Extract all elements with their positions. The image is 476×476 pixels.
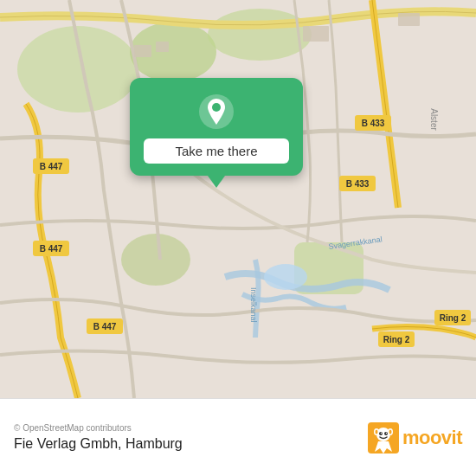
place-name: Fie Verlag Gmbh, Hamburg <box>14 436 183 452</box>
bottom-left-info: © OpenStreetMap contributors Fie Verlag … <box>14 423 183 452</box>
svg-text:Inselkanal: Inselkanal <box>249 287 258 323</box>
svg-text:Ring 2: Ring 2 <box>440 313 466 323</box>
moovit-logo: moovit <box>368 422 462 453</box>
svg-rect-25 <box>156 42 169 52</box>
svg-text:B 447: B 447 <box>40 244 63 254</box>
svg-text:B 447: B 447 <box>40 162 63 171</box>
svg-point-34 <box>381 432 382 433</box>
svg-point-5 <box>121 234 190 286</box>
take-me-there-label[interactable]: Take me there <box>144 138 289 164</box>
svg-text:B 447: B 447 <box>93 322 117 331</box>
main-container: B 447 B 447 B 447 B 433 B 433 Alster Sva… <box>0 0 476 476</box>
svg-text:B 433: B 433 <box>346 179 370 189</box>
svg-rect-27 <box>398 13 420 26</box>
svg-rect-24 <box>134 45 151 57</box>
svg-point-6 <box>264 264 307 290</box>
svg-point-39 <box>389 429 391 434</box>
moovit-brand-text: moovit <box>402 427 462 449</box>
svg-text:Ring 2: Ring 2 <box>383 335 410 344</box>
svg-text:B 433: B 433 <box>362 119 385 128</box>
map-attribution: © OpenStreetMap contributors <box>14 423 183 433</box>
svg-rect-26 <box>303 26 329 42</box>
location-popup[interactable]: Take me there <box>130 78 303 176</box>
map-area: B 447 B 447 B 447 B 433 B 433 Alster Sva… <box>0 0 476 398</box>
bottom-bar: © OpenStreetMap contributors Fie Verlag … <box>0 398 476 476</box>
svg-text:Alster: Alster <box>429 108 439 131</box>
svg-point-31 <box>376 428 390 441</box>
location-pin-icon <box>198 93 235 130</box>
svg-point-38 <box>375 429 377 434</box>
svg-point-35 <box>386 432 387 433</box>
svg-point-32 <box>379 432 383 435</box>
moovit-mascot-icon <box>368 422 399 453</box>
svg-point-29 <box>212 103 221 112</box>
svg-point-33 <box>384 432 388 435</box>
